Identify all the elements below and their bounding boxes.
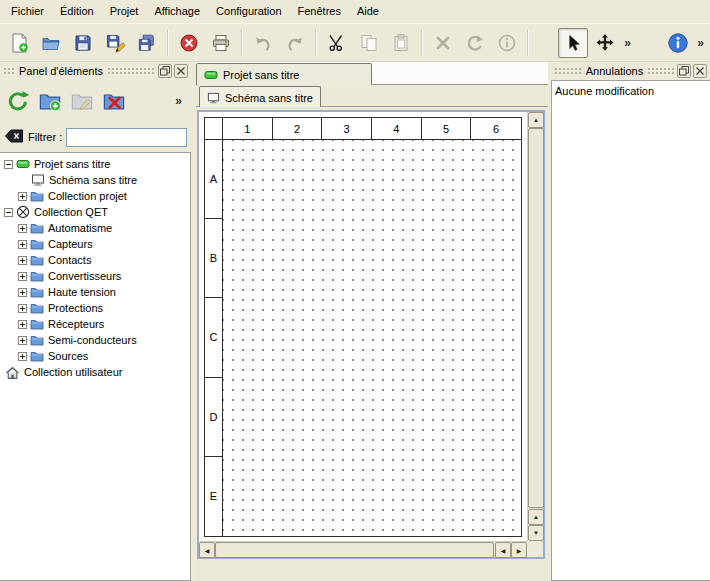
- dock-grip[interactable]: [107, 67, 156, 75]
- scroll-down-button[interactable]: [528, 525, 544, 541]
- horizontal-scroll-thumb[interactable]: [215, 542, 494, 558]
- tree-item-recepteurs[interactable]: Récepteurs: [0, 316, 190, 332]
- move-cross-icon: [595, 33, 615, 53]
- rotate-button[interactable]: [460, 28, 490, 58]
- paste-button[interactable]: [386, 28, 416, 58]
- main-toolbar: [0, 23, 710, 62]
- tree-item-haute-tension[interactable]: Haute tension: [0, 284, 190, 300]
- save-all-button[interactable]: [132, 28, 162, 58]
- menu-projet[interactable]: Projet: [102, 0, 147, 23]
- elements-panel-toolbar: [0, 80, 191, 122]
- row-header: C: [205, 298, 223, 377]
- horizontal-scrollbar[interactable]: [199, 541, 527, 557]
- open-project-button[interactable]: [36, 28, 66, 58]
- clear-filter-icon[interactable]: [4, 128, 24, 146]
- undo-history-list[interactable]: Aucune modification: [551, 80, 710, 581]
- toolbar-overflow-button[interactable]: [621, 36, 634, 50]
- tree-item-collection-qet[interactable]: Collection QET: [0, 204, 190, 220]
- undo-panel-titlebar[interactable]: Annulations: [551, 62, 710, 80]
- new-document-button[interactable]: [4, 28, 34, 58]
- float-panel-button[interactable]: [158, 64, 172, 78]
- info-button[interactable]: [492, 28, 522, 58]
- expand-expander-icon[interactable]: [18, 240, 27, 249]
- menu-fichier[interactable]: Fichier: [3, 0, 52, 23]
- expand-expander-icon[interactable]: [18, 288, 27, 297]
- collapse-expander-icon[interactable]: [4, 208, 13, 217]
- undo-panel-title: Annulations: [582, 65, 648, 77]
- edit-element-button[interactable]: [67, 86, 97, 116]
- close-panel-button[interactable]: [174, 64, 188, 78]
- tree-item-collection-utilisateur[interactable]: Collection utilisateur: [0, 364, 190, 380]
- expand-expander-icon[interactable]: [18, 336, 27, 345]
- redo-button[interactable]: [280, 28, 310, 58]
- tree-item-automatisme[interactable]: Automatisme: [0, 220, 190, 236]
- menu-affichage[interactable]: Affichage: [146, 0, 208, 23]
- expand-expander-icon[interactable]: [18, 192, 27, 201]
- print-button[interactable]: [206, 28, 236, 58]
- collapse-expander-icon[interactable]: [4, 160, 13, 169]
- tab-projet-sans-titre[interactable]: Projet sans titre: [196, 63, 372, 85]
- expand-expander-icon[interactable]: [18, 320, 27, 329]
- close-panel-button[interactable]: [693, 64, 707, 78]
- tree-item-semi-conducteurs[interactable]: Semi-conducteurs: [0, 332, 190, 348]
- tree-item-projet-sans-titre[interactable]: Projet sans titre: [0, 156, 190, 172]
- qet-collection-icon: [16, 205, 30, 219]
- scroll-left-button[interactable]: [199, 542, 215, 558]
- row-header: A: [205, 140, 223, 219]
- tree-item-collection-projet[interactable]: Collection projet: [0, 188, 190, 204]
- tree-item-protections[interactable]: Protections: [0, 300, 190, 316]
- scroll-left-button[interactable]: [495, 542, 511, 558]
- menu-fenetres[interactable]: Fenêtres: [290, 0, 349, 23]
- new-element-button[interactable]: [35, 86, 65, 116]
- save-as-button[interactable]: [100, 28, 130, 58]
- undo-button[interactable]: [248, 28, 278, 58]
- scroll-up-button[interactable]: [528, 112, 544, 128]
- float-window-icon: [159, 65, 171, 77]
- expand-expander-icon[interactable]: [18, 272, 27, 281]
- dock-grip[interactable]: [647, 67, 675, 75]
- column-header: 4: [372, 118, 422, 140]
- cut-button[interactable]: [322, 28, 352, 58]
- save-button[interactable]: [68, 28, 98, 58]
- select-tool-button[interactable]: [558, 28, 588, 58]
- tree-item-sources[interactable]: Sources: [0, 348, 190, 364]
- dock-grip[interactable]: [554, 67, 582, 75]
- vertical-scroll-thumb[interactable]: [528, 128, 544, 508]
- panel-toolbar-overflow-button[interactable]: [172, 94, 185, 108]
- delete-button[interactable]: [428, 28, 458, 58]
- expand-expander-icon[interactable]: [18, 256, 27, 265]
- edit-element-icon: [70, 89, 94, 113]
- elements-panel-titlebar[interactable]: Panel d'éléments: [0, 62, 191, 80]
- float-panel-button[interactable]: [677, 64, 691, 78]
- vertical-scrollbar[interactable]: [527, 112, 543, 541]
- scroll-right-button[interactable]: [511, 542, 527, 558]
- reload-collections-button[interactable]: [3, 86, 33, 116]
- tree-item-schema-sans-titre[interactable]: Schéma sans titre: [0, 172, 190, 188]
- copy-button[interactable]: [354, 28, 384, 58]
- toolbar-overflow2-button[interactable]: [694, 36, 707, 50]
- expand-expander-icon[interactable]: [18, 304, 27, 313]
- about-qet-button[interactable]: [663, 28, 693, 58]
- delete-element-button[interactable]: [99, 86, 129, 116]
- toolbar-separator: [421, 30, 423, 56]
- menu-configuration[interactable]: Configuration: [208, 0, 289, 23]
- dock-grip[interactable]: [3, 67, 15, 75]
- close-project-button[interactable]: [174, 28, 204, 58]
- diagram-canvas[interactable]: [223, 140, 521, 536]
- tree-item-capteurs[interactable]: Capteurs: [0, 236, 190, 252]
- row-header: E: [205, 457, 223, 536]
- expand-expander-icon[interactable]: [18, 224, 27, 233]
- menu-edition[interactable]: Édition: [52, 0, 102, 23]
- filter-input[interactable]: [66, 128, 187, 147]
- menu-aide[interactable]: Aide: [349, 0, 387, 23]
- column-header: 1: [223, 118, 273, 140]
- tree-item-contacts[interactable]: Contacts: [0, 252, 190, 268]
- tab-schema-sans-titre[interactable]: Schéma sans titre: [199, 86, 321, 108]
- column-header: 2: [273, 118, 323, 140]
- filter-row: Filtrer :: [0, 122, 191, 152]
- tree-item-convertisseurs[interactable]: Convertisseurs: [0, 268, 190, 284]
- move-tool-button[interactable]: [590, 28, 620, 58]
- expand-expander-icon[interactable]: [18, 352, 27, 361]
- scroll-up-button[interactable]: [528, 509, 544, 525]
- reload-icon: [6, 89, 30, 113]
